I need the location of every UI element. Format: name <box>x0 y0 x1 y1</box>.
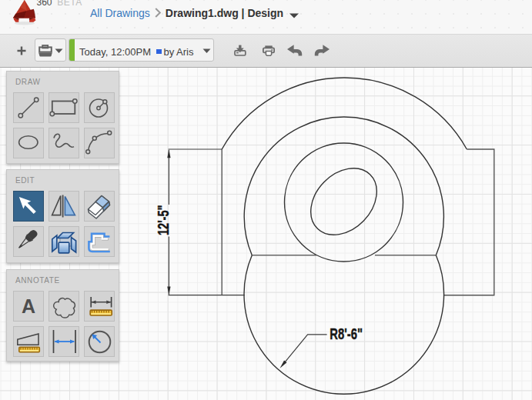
svg-text:12'-5": 12'-5" <box>155 205 172 235</box>
svg-text:R8'-6": R8'-6" <box>330 325 363 343</box>
svg-text:A: A <box>22 295 35 317</box>
